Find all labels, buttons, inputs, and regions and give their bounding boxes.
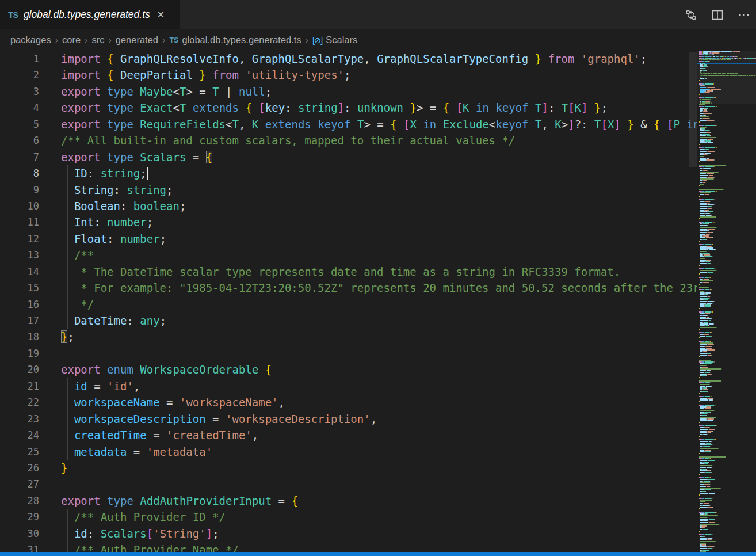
- code-text: Float: number;: [61, 231, 166, 247]
- code-line[interactable]: 6/** All built-in and custom scalars, ma…: [0, 132, 756, 148]
- code-line[interactable]: 17 DateTime: any;: [0, 313, 756, 329]
- line-number[interactable]: 22: [0, 394, 39, 410]
- code-line[interactable]: 15 * For example: "1985-04-12T23:20:50.5…: [0, 280, 756, 296]
- code-line[interactable]: 30 id: Scalars['String'];: [0, 525, 756, 542]
- editor-actions: [685, 0, 750, 29]
- code-line[interactable]: 2import { DeepPartial } from 'utility-ty…: [0, 67, 756, 83]
- breadcrumb-item-generated[interactable]: generated: [116, 35, 158, 45]
- code-line[interactable]: 23 workspaceDescription = 'workspaceDesc…: [0, 411, 756, 427]
- line-number[interactable]: 24: [0, 427, 39, 443]
- code-line[interactable]: 29 /** Auth Provider ID */: [0, 509, 756, 525]
- breadcrumb-item-symbol[interactable]: Scalars: [326, 35, 357, 45]
- code-line[interactable]: 11 Int: number;: [0, 214, 756, 230]
- line-number[interactable]: 2: [0, 67, 39, 83]
- code-line[interactable]: 13 /**: [0, 247, 756, 263]
- chevron-right-icon: ›: [81, 35, 91, 45]
- code-line[interactable]: 28export type AddAuthProviderInput = {: [0, 493, 756, 509]
- code-line[interactable]: 24 createdTime = 'createdTime',: [0, 427, 756, 443]
- code-text: metadata = 'metadata': [61, 444, 212, 460]
- code-line[interactable]: 31 /** Auth Provider Name */: [0, 542, 756, 552]
- code-line[interactable]: 4export type Exact<T extends { [key: str…: [0, 100, 756, 116]
- code-text: workspaceName = 'workspaceName',: [61, 394, 285, 410]
- code-line[interactable]: 20export enum WorkspaceOrderable {: [0, 361, 756, 378]
- scrollbar-slider[interactable]: [689, 52, 697, 167]
- breadcrumb-item-packages[interactable]: packages: [10, 35, 51, 45]
- line-number[interactable]: 9: [0, 182, 39, 198]
- code-text: export type Exact<T extends { [key: stri…: [61, 100, 608, 116]
- line-number[interactable]: 6: [0, 132, 39, 148]
- line-number[interactable]: 5: [0, 116, 39, 132]
- line-number[interactable]: 26: [0, 460, 39, 476]
- line-number[interactable]: 7: [0, 149, 39, 165]
- code-line[interactable]: 10 Boolean: boolean;: [0, 198, 756, 214]
- code-text: /** Auth Provider ID */: [61, 509, 226, 525]
- code-line[interactable]: 22 workspaceName = 'workspaceName',: [0, 394, 756, 410]
- vertical-scrollbar[interactable]: [688, 51, 697, 552]
- code-line[interactable]: 25 metadata = 'metadata': [0, 444, 756, 460]
- line-number[interactable]: 11: [0, 214, 39, 230]
- code-line[interactable]: 9 String: string;: [0, 182, 756, 198]
- code-line[interactable]: 8 ID: string;: [0, 165, 756, 181]
- typescript-file-icon: TS: [8, 10, 18, 20]
- code-line[interactable]: 5export type RequireFields<T, K extends …: [0, 116, 756, 132]
- line-number[interactable]: 30: [0, 525, 39, 542]
- line-number[interactable]: 3: [0, 83, 39, 100]
- breadcrumb-item-core[interactable]: core: [62, 35, 81, 45]
- line-number[interactable]: 27: [0, 476, 39, 492]
- tab-title: global.db.types.generated.ts: [24, 9, 150, 21]
- line-number[interactable]: 21: [0, 378, 39, 394]
- line-number[interactable]: 1: [0, 51, 39, 67]
- more-actions-icon[interactable]: [738, 9, 750, 21]
- line-number[interactable]: 10: [0, 198, 39, 214]
- code-line[interactable]: 19: [0, 345, 756, 361]
- code-line[interactable]: 27: [0, 476, 756, 492]
- line-number[interactable]: 31: [0, 542, 39, 552]
- editor-pane[interactable]: 1import { GraphQLResolveInfo, GraphQLSca…: [0, 51, 756, 552]
- code-text: /** Auth Provider Name */: [61, 542, 239, 552]
- code-line[interactable]: 21 id = 'id',: [0, 378, 756, 394]
- code-line[interactable]: 18};: [0, 329, 756, 345]
- code-text: export type RequireFields<T, K extends k…: [61, 116, 756, 132]
- close-tab-icon[interactable]: ✕: [157, 9, 165, 20]
- code-line[interactable]: 7export type Scalars = {: [0, 149, 756, 165]
- split-editor-icon[interactable]: [711, 9, 724, 21]
- typescript-file-icon: TS: [169, 36, 178, 44]
- code-text: Int: number;: [61, 214, 153, 230]
- breadcrumb-item-src[interactable]: src: [91, 35, 104, 45]
- code-line[interactable]: 12 Float: number;: [0, 231, 756, 247]
- code-area[interactable]: 1import { GraphQLResolveInfo, GraphQLSca…: [0, 51, 756, 552]
- symbol-type-icon: [⊘]: [312, 36, 322, 45]
- line-number[interactable]: 12: [0, 231, 39, 247]
- code-text: };: [61, 329, 74, 345]
- code-text: String: string;: [61, 182, 173, 198]
- line-number[interactable]: 16: [0, 296, 39, 313]
- breadcrumb-item-file[interactable]: global.db.types.generated.ts: [182, 35, 301, 45]
- line-number[interactable]: 25: [0, 444, 39, 460]
- line-number[interactable]: 19: [0, 345, 39, 361]
- line-number[interactable]: 28: [0, 493, 39, 509]
- line-number[interactable]: 20: [0, 361, 39, 378]
- code-line[interactable]: 1import { GraphQLResolveInfo, GraphQLSca…: [0, 51, 756, 67]
- line-number[interactable]: 8: [0, 165, 39, 181]
- code-line[interactable]: 16 */: [0, 296, 756, 313]
- open-changes-icon[interactable]: [685, 9, 697, 21]
- line-number[interactable]: 4: [0, 100, 39, 116]
- code-line[interactable]: 3export type Maybe<T> = T | null;: [0, 83, 756, 100]
- minimap[interactable]: [697, 51, 756, 552]
- code-line[interactable]: 26}: [0, 460, 756, 476]
- line-number[interactable]: 29: [0, 509, 39, 525]
- code-text: createdTime = 'createdTime',: [61, 427, 258, 443]
- code-text: /**: [61, 247, 94, 263]
- line-number[interactable]: 18: [0, 329, 39, 345]
- indent-guide: [67, 378, 68, 460]
- line-number[interactable]: 14: [0, 264, 39, 280]
- tab-global-db-types[interactable]: TS global.db.types.generated.ts ✕: [0, 0, 180, 29]
- line-number[interactable]: 13: [0, 247, 39, 263]
- line-number[interactable]: 15: [0, 280, 39, 296]
- text-cursor: [147, 167, 148, 180]
- code-line[interactable]: 14 * The DateTime scalar type represents…: [0, 264, 756, 280]
- line-number[interactable]: 17: [0, 313, 39, 329]
- code-text: ID: string;: [61, 165, 148, 181]
- line-number[interactable]: 23: [0, 411, 39, 427]
- code-text: */: [61, 296, 94, 313]
